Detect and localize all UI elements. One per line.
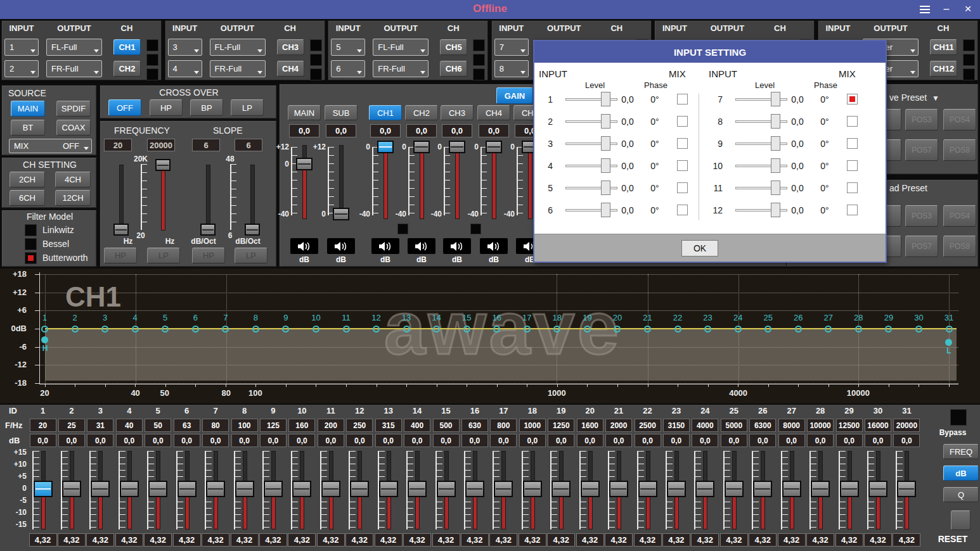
crossover-mode-hp[interactable]: HP <box>150 99 183 116</box>
table-gain-31[interactable]: 0,0 <box>893 434 920 447</box>
eq-point-20[interactable] <box>614 326 621 332</box>
crossover-slider-track[interactable] <box>207 165 210 230</box>
gain-slider-track[interactable] <box>493 146 496 218</box>
eq-value-21[interactable]: 4,32 <box>605 533 633 547</box>
crossover-slider-track[interactable] <box>251 165 254 230</box>
dialog-slider-handle[interactable] <box>771 136 780 151</box>
eq-point-14[interactable] <box>433 326 440 332</box>
dialog-slider-handle[interactable] <box>771 203 780 217</box>
table-gain-22[interactable]: 0,0 <box>635 434 661 447</box>
table-gain-6[interactable]: 0,0 <box>174 434 200 447</box>
output-select[interactable]: FR-Full <box>210 60 266 77</box>
table-freq-27[interactable]: 8000 <box>778 419 805 432</box>
dialog-level-slider-8[interactable] <box>735 114 787 129</box>
mute-button-ch4[interactable] <box>480 238 508 254</box>
filter-checkbox-bessel[interactable] <box>25 238 37 250</box>
table-gain-8[interactable]: 0,0 <box>231 434 258 447</box>
ch-button-ch12[interactable]: CH12 <box>930 61 957 77</box>
mute-button-main[interactable] <box>290 238 318 254</box>
eq-slider-handle-1[interactable] <box>34 481 53 497</box>
eq-point-28[interactable] <box>855 326 862 332</box>
eq-slider-handle-15[interactable] <box>437 481 456 497</box>
dialog-slider-handle[interactable] <box>601 114 610 129</box>
eq-value-8[interactable]: 4,32 <box>231 533 259 547</box>
routing-link-checkbox[interactable] <box>146 54 158 66</box>
eq-slider-handle-7[interactable] <box>206 481 225 497</box>
source-button-coax[interactable]: COAX <box>56 120 91 136</box>
dialog-level-slider-5[interactable] <box>565 180 617 196</box>
eq-value-28[interactable]: 4,32 <box>806 533 834 547</box>
load-preset-pos7[interactable]: POS7 <box>905 236 938 257</box>
table-gain-3[interactable]: 0,0 <box>87 434 113 447</box>
table-gain-27[interactable]: 0,0 <box>778 434 805 447</box>
eq-value-10[interactable]: 4,32 <box>288 533 316 547</box>
dialog-level-slider-2[interactable] <box>565 114 617 129</box>
dialog-mix-checkbox-2[interactable] <box>677 116 688 127</box>
table-gain-10[interactable]: 0,0 <box>288 434 315 447</box>
dialog-mix-checkbox-3[interactable] <box>677 138 688 149</box>
crossover-band-button-hp-2[interactable]: HP <box>192 248 225 263</box>
load-preset-pos4[interactable]: POS4 <box>943 205 976 227</box>
dialog-level-slider-10[interactable] <box>735 158 787 174</box>
dialog-level-slider-12[interactable] <box>735 203 787 218</box>
dialog-mix-checkbox-7[interactable] <box>847 94 858 104</box>
eq-value-20[interactable]: 4,32 <box>576 533 604 547</box>
ch-button-ch2[interactable]: CH2 <box>113 61 141 77</box>
table-gain-4[interactable]: 0,0 <box>116 434 143 447</box>
gain-channel-button-ch2[interactable]: CH2 <box>405 105 438 120</box>
crossover-slider-handle[interactable] <box>200 224 216 236</box>
eq-slider-handle-13[interactable] <box>379 481 398 497</box>
input-select-5[interactable]: 5 <box>331 39 365 56</box>
eq-value-14[interactable]: 4,32 <box>403 533 431 547</box>
save-preset-pos4[interactable]: POS4 <box>943 109 976 130</box>
eq-slider-handle-21[interactable] <box>609 481 628 497</box>
save-preset-pos8[interactable]: POS8 <box>943 139 976 161</box>
gain-channel-button-ch1[interactable]: CH1 <box>369 105 402 120</box>
eq-point-18[interactable] <box>553 326 560 332</box>
eq-slider-handle-18[interactable] <box>523 481 542 497</box>
save-preset-pos3[interactable]: POS3 <box>905 109 938 130</box>
table-gain-12[interactable]: 0,0 <box>346 434 373 447</box>
crossover-slider-track[interactable] <box>120 165 123 230</box>
eq-slider-handle-16[interactable] <box>465 481 484 497</box>
save-preset-chevron-icon[interactable]: ▼ <box>932 94 939 103</box>
table-freq-7[interactable]: 80 <box>202 419 229 432</box>
lp-marker-dot[interactable] <box>945 339 952 346</box>
eq-point-29[interactable] <box>885 326 892 332</box>
table-freq-22[interactable]: 2500 <box>635 419 661 432</box>
crossover-mode-bp[interactable]: BP <box>190 99 223 116</box>
dialog-mix-checkbox-8[interactable] <box>847 116 858 127</box>
load-preset-pos8[interactable]: POS8 <box>943 236 976 257</box>
table-gain-28[interactable]: 0,0 <box>807 434 834 447</box>
eq-value-29[interactable]: 4,32 <box>835 533 863 547</box>
ch-setting-button-6ch[interactable]: 6CH <box>10 190 45 206</box>
eq-value-5[interactable]: 4,32 <box>144 533 172 547</box>
eq-slider-handle-31[interactable] <box>897 481 916 497</box>
table-freq-11[interactable]: 200 <box>318 419 344 432</box>
crossover-freq-input[interactable]: 20 <box>104 139 132 151</box>
crossover-band-button-lp-3[interactable]: LP <box>235 248 268 263</box>
filter-checkbox-linkwitz[interactable] <box>25 224 37 236</box>
eq-slider-handle-19[interactable] <box>551 481 571 497</box>
table-freq-18[interactable]: 1000 <box>519 419 546 432</box>
table-gain-14[interactable]: 0,0 <box>404 434 430 447</box>
table-freq-3[interactable]: 31 <box>87 419 113 432</box>
gain-channel-button-ch3[interactable]: CH3 <box>441 105 474 120</box>
eq-slider-handle-24[interactable] <box>695 481 714 497</box>
eq-value-9[interactable]: 4,32 <box>259 533 287 547</box>
table-freq-15[interactable]: 500 <box>433 419 460 432</box>
ch-button-ch3[interactable]: CH3 <box>277 39 304 55</box>
hp-marker-dot[interactable] <box>41 336 48 343</box>
dialog-slider-handle[interactable] <box>771 114 780 129</box>
crossover-slider-handle[interactable] <box>155 159 171 171</box>
ch-button-ch1[interactable]: CH1 <box>113 39 141 55</box>
eq-value-6[interactable]: 4,32 <box>173 533 201 547</box>
eq-value-1[interactable]: 4,32 <box>29 533 57 547</box>
eq-value-22[interactable]: 4,32 <box>634 533 662 547</box>
bypass-checkbox[interactable] <box>950 409 967 426</box>
ch-button-ch11[interactable]: CH11 <box>930 39 957 55</box>
gain-channel-button-sub[interactable]: SUB <box>325 105 358 120</box>
mix-select[interactable]: MIX OFF <box>9 139 92 153</box>
menu-icon[interactable] <box>917 4 933 15</box>
table-gain-9[interactable]: 0,0 <box>260 434 287 447</box>
